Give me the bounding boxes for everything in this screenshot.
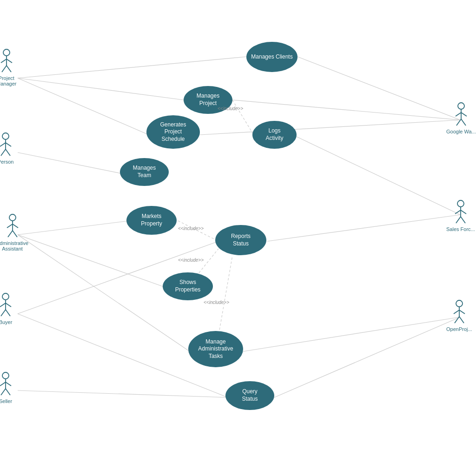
svg-line-9 [18,390,228,397]
svg-line-24 [7,59,12,63]
svg-line-48 [6,382,11,386]
svg-line-37 [8,231,13,237]
svg-line-4 [18,221,129,235]
manages-clients-ellipse: Manages Clients [246,42,298,72]
actor-open-project-label: OpenProj... [446,326,472,332]
svg-point-45 [2,372,9,379]
svg-point-51 [458,103,464,109]
query-status-ellipse: QueryStatus [225,381,274,410]
svg-line-0 [18,57,246,78]
actor-google-wave: Google Wa... [446,102,476,134]
actor-project-manager: ProjectManager [0,49,16,86]
svg-line-49 [1,389,6,395]
svg-line-47 [0,382,6,386]
include-label-2: <<include>> [178,226,204,231]
actor-person: Person [0,132,15,165]
svg-line-11 [178,221,218,241]
svg-point-33 [9,214,16,221]
svg-line-18 [274,317,460,397]
generates-schedule-ellipse: GeneratesProjectSchedule [146,115,200,149]
svg-line-53 [456,112,461,116]
manages-team-ellipse: ManagesTeam [120,158,169,186]
actor-sales-force-label: Sales Forc... [446,226,475,232]
svg-line-67 [455,317,459,323]
svg-line-10 [232,100,255,137]
reports-status-ellipse: ReportsStatus [215,225,266,255]
svg-line-35 [7,224,13,228]
svg-line-3 [18,152,123,174]
svg-line-30 [6,143,11,146]
svg-line-66 [459,310,465,314]
svg-line-15 [232,100,460,120]
actor-project-manager-label: ProjectManager [0,75,16,86]
include-label-1: <<include>> [218,106,243,111]
svg-line-59 [455,210,461,214]
actor-admin-assistant-label: AdministrativeAssistant [0,240,28,251]
svg-line-41 [0,303,6,307]
svg-point-27 [2,133,9,139]
svg-line-26 [7,66,11,72]
svg-line-36 [13,224,18,228]
svg-point-39 [2,293,9,300]
actor-open-project: OpenProj... [446,300,472,332]
logs-activity-ellipse: LogsActivity [252,121,297,149]
svg-point-63 [456,300,463,307]
svg-point-57 [457,200,464,207]
svg-line-54 [461,112,467,116]
include-label-3: <<include>> [178,258,204,263]
actor-seller: Seller [0,372,15,404]
svg-line-56 [461,119,466,126]
svg-line-42 [6,303,11,307]
svg-line-29 [0,143,6,146]
actor-google-wave-label: Google Wa... [446,129,476,134]
shows-properties-ellipse: ShowsProperties [163,272,213,300]
svg-line-62 [461,217,465,223]
svg-line-20 [200,120,460,135]
actor-person-label: Person [0,159,13,165]
svg-line-44 [6,310,10,316]
actor-sales-force: Sales Forc... [446,200,475,232]
actor-buyer-label: Buyer [0,319,12,325]
svg-line-19 [243,317,460,351]
svg-line-16 [267,215,460,241]
svg-line-25 [2,66,7,72]
svg-line-1 [18,78,184,100]
svg-line-65 [454,310,459,314]
svg-line-17 [297,137,460,215]
actor-admin-assistant: AdministrativeAssistant [0,214,28,251]
svg-line-50 [6,389,10,395]
svg-line-6 [18,235,190,351]
svg-line-2 [18,78,149,135]
svg-line-14 [298,57,460,120]
svg-line-60 [461,210,466,214]
svg-line-5 [18,235,166,288]
svg-point-21 [3,49,10,56]
markets-property-ellipse: MarketsProperty [126,206,177,235]
include-label-4: <<include>> [204,300,229,305]
actor-buyer: Buyer [0,293,15,325]
manage-admin-tasks-ellipse: ManageAdministrativeTasks [188,331,243,367]
svg-line-68 [459,317,464,323]
svg-line-55 [456,119,461,126]
svg-line-32 [6,149,10,156]
svg-line-38 [13,231,17,237]
svg-line-23 [1,59,7,63]
svg-line-61 [456,217,461,223]
svg-line-31 [1,149,6,156]
svg-line-43 [1,310,6,316]
actor-seller-label: Seller [0,398,12,404]
